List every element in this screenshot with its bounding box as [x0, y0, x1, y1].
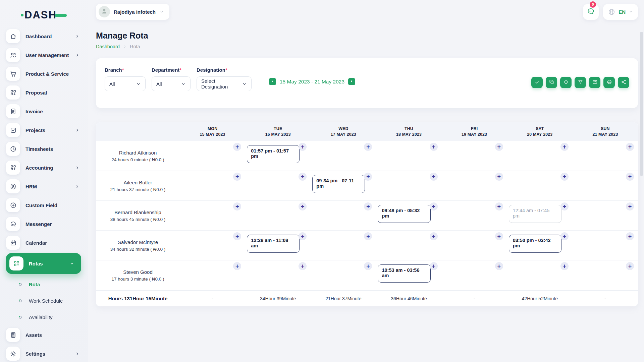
- move-button[interactable]: [560, 77, 572, 88]
- page-title: Manage Rota: [96, 31, 638, 41]
- filter-icon: [578, 79, 583, 86]
- day-total-wed: 21Hour 37Minute: [311, 291, 376, 306]
- add-shift-button[interactable]: +: [495, 202, 503, 210]
- add-shift-button[interactable]: +: [495, 262, 503, 270]
- breadcrumb-dashboard-link[interactable]: Dashboard: [96, 44, 120, 49]
- add-shift-button[interactable]: +: [430, 173, 438, 181]
- rota-cell-thu: +: [376, 231, 441, 260]
- add-shift-button[interactable]: +: [560, 232, 569, 240]
- sidebar-item-accounting[interactable]: Accounting: [6, 158, 88, 177]
- field-label: Designation*: [197, 67, 252, 73]
- check-button[interactable]: [531, 77, 543, 88]
- filter-card: Branch*AllDepartment*AllDesignation*Sele…: [96, 58, 638, 108]
- add-shift-button[interactable]: +: [299, 202, 307, 210]
- mail-button[interactable]: [589, 77, 600, 88]
- add-shift-button[interactable]: +: [626, 173, 634, 181]
- next-week-button[interactable]: [348, 78, 355, 85]
- add-shift-button[interactable]: +: [233, 173, 241, 181]
- calendar-icon: [6, 236, 20, 250]
- shift-entry[interactable]: 01:57 pm - 01:57 pm: [247, 145, 300, 163]
- add-shift-button[interactable]: +: [233, 262, 241, 270]
- add-shift-button[interactable]: +: [560, 202, 569, 210]
- sidebar-item-proposal[interactable]: Proposal: [6, 83, 88, 102]
- shift-entry[interactable]: 09:48 pm - 05:32 pm: [378, 205, 430, 223]
- day-header-thu: THU18 MAY 2023: [376, 122, 441, 141]
- bullet-icon: [18, 315, 22, 319]
- add-shift-button[interactable]: +: [430, 262, 438, 270]
- print-button[interactable]: [603, 77, 615, 88]
- employee-name: Aileen Butler: [123, 180, 152, 185]
- bullet-icon: [18, 282, 22, 287]
- add-shift-button[interactable]: +: [364, 202, 372, 210]
- sidebar-item-settings[interactable]: Settings: [6, 344, 88, 362]
- share-button[interactable]: [618, 77, 629, 88]
- add-shift-button[interactable]: +: [626, 143, 634, 151]
- add-shift-button[interactable]: +: [299, 173, 307, 181]
- sidebar-item-product-service[interactable]: Product & Service: [6, 64, 88, 83]
- add-shift-button[interactable]: +: [560, 143, 569, 151]
- previous-week-button[interactable]: [269, 78, 276, 85]
- shift-entry[interactable]: 03:50 pm - 03:42 pm: [509, 235, 561, 253]
- day-header-fri: FRI19 MAY 2023: [442, 122, 507, 141]
- copy-button[interactable]: [546, 77, 557, 88]
- totals-label: Hours 131Hour 15Minute: [96, 291, 180, 306]
- add-shift-button[interactable]: +: [299, 143, 307, 151]
- branch-select[interactable]: All: [105, 76, 146, 91]
- sidebar-item-calendar[interactable]: Calendar: [6, 233, 88, 252]
- add-shift-button[interactable]: +: [430, 143, 438, 151]
- sidebar-item-timesheets[interactable]: Timesheets: [6, 139, 88, 158]
- add-shift-button[interactable]: +: [626, 232, 634, 240]
- messenger-button[interactable]: 0: [583, 4, 599, 20]
- add-shift-button[interactable]: +: [495, 173, 503, 181]
- employee-name: Bernard Blankenship: [114, 209, 161, 215]
- sidebar-item-dashboard[interactable]: Dashboard: [6, 27, 88, 46]
- sidebar-item-assets[interactable]: Assets: [6, 325, 88, 344]
- sidebar-item-hrm[interactable]: HRM: [6, 177, 88, 196]
- shift-entry[interactable]: 12:44 am - 07:45 pm: [509, 205, 561, 223]
- add-shift-button[interactable]: +: [364, 143, 372, 151]
- add-shift-button[interactable]: +: [364, 262, 372, 270]
- sidebar-item-user-management[interactable]: User Management: [6, 46, 88, 64]
- add-shift-button[interactable]: +: [364, 173, 372, 181]
- filter-button[interactable]: [575, 77, 586, 88]
- add-shift-button[interactable]: +: [495, 143, 503, 151]
- sidebar-item-rota[interactable]: Rota: [6, 276, 88, 293]
- sidebar-item-projects[interactable]: Projects: [6, 121, 88, 139]
- shift-entry[interactable]: 10:53 am - 03:56 am: [378, 264, 430, 283]
- employee-row-salvador-mcintyre: Salvador Mcintyre34 hours 32 minute ( ₦0…: [96, 231, 638, 260]
- add-shift-button[interactable]: +: [626, 262, 634, 270]
- department-select[interactable]: All: [152, 76, 191, 91]
- sidebar-item-rotas[interactable]: Rotas: [6, 253, 81, 274]
- add-shift-button[interactable]: +: [364, 232, 372, 240]
- add-shift-button[interactable]: +: [626, 202, 634, 210]
- language-selector[interactable]: EN: [603, 4, 638, 20]
- sidebar-item-availability[interactable]: Availability: [6, 309, 88, 325]
- shift-entry[interactable]: 09:34 pm - 07:11 pm: [312, 175, 365, 193]
- add-shift-button[interactable]: +: [299, 232, 307, 240]
- add-shift-button[interactable]: +: [560, 173, 569, 181]
- add-shift-button[interactable]: +: [233, 232, 241, 240]
- week-navigator: 15 May 2023 - 21 May 2023: [269, 78, 355, 85]
- shift-entry[interactable]: 12:28 am - 11:08 am: [247, 235, 300, 253]
- sidebar-item-messenger[interactable]: Messenger: [6, 215, 88, 233]
- mail-icon: [592, 79, 598, 86]
- add-shift-button[interactable]: +: [299, 262, 307, 270]
- chevron-right-icon: [75, 165, 80, 170]
- rota-table: MON15 MAY 2023TUE16 MAY 2023WED17 MAY 20…: [96, 122, 638, 306]
- sidebar-item-work-schedule[interactable]: Work Schedule: [6, 293, 88, 309]
- add-shift-button[interactable]: +: [430, 232, 438, 240]
- sidebar-item-invoice[interactable]: Invoice: [6, 102, 88, 121]
- add-shift-button[interactable]: +: [560, 262, 569, 270]
- add-shift-button[interactable]: +: [233, 143, 241, 151]
- sidebar-item-custom-field[interactable]: Custom Field: [6, 196, 88, 215]
- day-total-sat: 42Hour 52Minute: [507, 291, 573, 306]
- designation-select[interactable]: Select Designation: [197, 76, 252, 91]
- add-shift-button[interactable]: +: [430, 202, 438, 210]
- page-scrollbar[interactable]: [640, 32, 643, 176]
- company-selector[interactable]: Rajodiya infotech: [96, 4, 169, 20]
- proposal-icon: [6, 85, 20, 100]
- employee-info: Salvador Mcintyre34 hours 32 minute ( ₦0…: [96, 231, 180, 260]
- add-shift-button[interactable]: +: [233, 202, 241, 210]
- rota-cell-tue: +12:28 am - 11:08 am: [245, 231, 311, 260]
- add-shift-button[interactable]: +: [495, 232, 503, 240]
